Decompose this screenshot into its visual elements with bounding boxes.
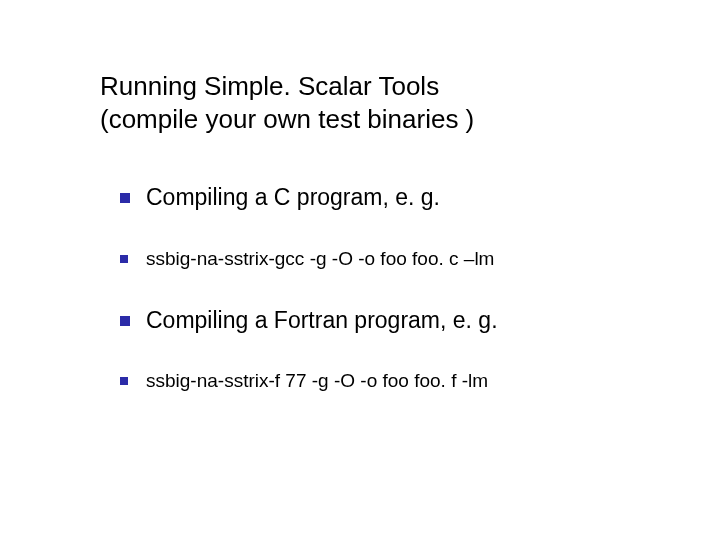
list-item: ssbig-na-sstrix-gcc -g -O -o foo foo. c … <box>120 247 680 272</box>
bullet-text: ssbig-na-sstrix-f 77 -g -O -o foo foo. f… <box>146 370 488 391</box>
title-line-1: Running Simple. Scalar Tools <box>100 71 439 101</box>
list-item: Compiling a C program, e. g. <box>120 183 680 213</box>
bullet-text: ssbig-na-sstrix-gcc -g -O -o foo foo. c … <box>146 248 494 269</box>
bullet-list: Compiling a C program, e. g. ssbig-na-ss… <box>120 183 680 394</box>
list-item: ssbig-na-sstrix-f 77 -g -O -o foo foo. f… <box>120 369 680 394</box>
list-item: Compiling a Fortran program, e. g. <box>120 306 680 336</box>
title-line-2: (compile your own test binaries ) <box>100 104 474 134</box>
slide-title: Running Simple. Scalar Tools (compile yo… <box>100 70 680 135</box>
bullet-text: Compiling a C program, e. g. <box>146 184 440 210</box>
slide: Running Simple. Scalar Tools (compile yo… <box>0 0 720 540</box>
bullet-text: Compiling a Fortran program, e. g. <box>146 307 498 333</box>
